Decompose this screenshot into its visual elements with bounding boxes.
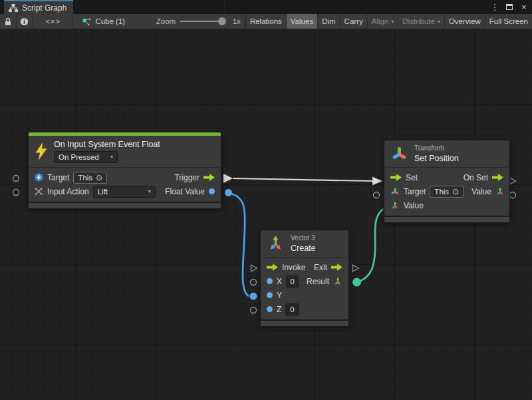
tab-bar: Script Graph ⋮ × — [0, 0, 532, 14]
lock-button[interactable] — [0, 14, 17, 29]
node-footer — [261, 319, 348, 326]
set-label: Set — [406, 173, 418, 182]
vector3-mini-icon[interactable] — [333, 277, 342, 286]
graph-canvas[interactable]: On Input System Event Float On Pressed ▾… — [0, 29, 532, 400]
port-row-set-onset: Set On Set — [384, 170, 509, 184]
distribute-button[interactable]: Distribute▾ — [398, 14, 444, 29]
port-row-x-result: X 0 Result — [261, 274, 348, 288]
z-label: Z — [277, 305, 281, 314]
maximize-icon[interactable] — [504, 2, 515, 13]
vector3-mini-icon[interactable] — [390, 201, 400, 210]
port-row-z: Z 0 — [261, 302, 348, 316]
node-transform-set-position[interactable]: Transform Set Position Set On Set — [384, 140, 510, 223]
zoom-value: 1x — [233, 17, 241, 25]
result-output-port[interactable] — [352, 278, 361, 287]
value-input-label: Value — [404, 201, 424, 210]
transform-mini-icon[interactable] — [390, 187, 400, 196]
x-value-field[interactable]: 0 — [286, 276, 299, 288]
invoke-input-port[interactable] — [251, 265, 257, 272]
close-icon[interactable]: × — [519, 2, 529, 13]
graph-target-segment[interactable]: Cube (1) — [73, 14, 152, 29]
node-category: Vector 3 — [291, 234, 316, 242]
z-value-field[interactable]: 0 — [285, 303, 299, 315]
maximize-glyph — [506, 4, 513, 10]
carry-button[interactable]: Carry — [340, 14, 367, 29]
toolbar-toggles: Relations Values Dim Carry Align▾ Distri… — [245, 14, 532, 29]
window-controls: ⋮ × — [489, 0, 529, 14]
x-input-port[interactable] — [251, 280, 257, 286]
wire-trigger-to-set[interactable] — [233, 178, 372, 181]
zoom-slider-handle[interactable] — [218, 17, 226, 25]
trigger-output-port[interactable] — [223, 174, 233, 183]
port-row-input-action: Input Action Lift ▾ Float Value — [29, 184, 221, 198]
result-label: Result — [307, 277, 329, 286]
y-dot-port[interactable] — [267, 292, 273, 298]
info-button[interactable] — [17, 14, 34, 29]
node-category: Transform — [414, 144, 459, 152]
object-picker-icon[interactable]: ⊙ — [452, 188, 459, 196]
input-action-icon — [35, 187, 43, 196]
wire-floatvalue-to-y[interactable] — [231, 194, 249, 296]
flow-arrow-icon[interactable] — [203, 174, 215, 181]
zoom-control: Zoom 1x — [152, 14, 245, 29]
zoom-label: Zoom — [156, 17, 176, 25]
dim-button[interactable]: Dim — [317, 14, 339, 29]
zoom-slider[interactable] — [180, 21, 223, 22]
node-title: On Input System Event Float — [54, 140, 160, 149]
onset-output-port[interactable] — [510, 178, 516, 184]
target-label: Target — [47, 173, 69, 182]
graph-target-label: Cube (1) — [95, 17, 125, 25]
z-dot-port[interactable] — [267, 306, 273, 312]
x-dot-port[interactable] — [267, 278, 273, 284]
tab-script-graph[interactable]: Script Graph — [4, 0, 73, 14]
values-button[interactable]: Values — [286, 14, 317, 29]
node-vector3-create[interactable]: Vector 3 Create Invoke Exit — [260, 230, 349, 327]
float-value-output-port[interactable] — [225, 189, 232, 196]
input-action-label: Input Action — [47, 187, 89, 196]
code-preview-button[interactable]: <×> — [33, 14, 73, 29]
lightning-bolt-icon — [35, 142, 48, 160]
float-value-label: Float Value — [165, 187, 205, 196]
target-this-chip[interactable]: This ⊙ — [73, 172, 107, 184]
flow-arrow-icon[interactable] — [390, 174, 402, 181]
port-row-invoke-exit: Invoke Exit — [261, 260, 348, 274]
z-input-port[interactable] — [251, 307, 257, 313]
graph-hierarchy-icon — [9, 4, 18, 12]
value-output-port[interactable] — [510, 192, 516, 198]
target-label: Target — [404, 187, 426, 196]
input-system-event-icon — [35, 173, 43, 182]
input-action-dropdown[interactable]: Lift ▾ — [93, 186, 156, 198]
transform-target-input-port[interactable] — [374, 192, 380, 198]
align-button[interactable]: Align▾ — [367, 14, 398, 29]
node-footer — [384, 216, 509, 222]
lock-icon — [4, 17, 12, 26]
value-output-label: Value — [471, 187, 491, 196]
event-target-input-port[interactable] — [13, 176, 19, 182]
port-row-y: Y — [261, 288, 348, 302]
event-action-input-port[interactable] — [13, 190, 19, 196]
flow-arrow-icon[interactable] — [267, 264, 278, 271]
tab-label: Script Graph — [22, 3, 66, 13]
port-row-target-trigger: Target This ⊙ Trigger — [29, 170, 221, 184]
float-value-dot-port[interactable] — [209, 188, 215, 194]
node-on-input-system-event-float[interactable]: On Input System Event Float On Pressed ▾… — [28, 132, 221, 209]
flow-arrow-icon[interactable] — [492, 174, 503, 181]
vector3-mini-icon[interactable] — [495, 187, 505, 196]
relations-button[interactable]: Relations — [245, 14, 286, 29]
graph-toolbar: <×> Cube (1) Zoom 1x Relations Values Di… — [0, 14, 532, 29]
transform-icon — [390, 145, 408, 163]
trigger-label: Trigger — [174, 173, 200, 182]
chevron-down-icon: ▾ — [391, 19, 394, 25]
wire-result-to-value[interactable] — [360, 209, 383, 281]
y-input-port-connected[interactable] — [250, 293, 257, 300]
overview-button[interactable]: Overview — [444, 14, 485, 29]
event-mode-dropdown[interactable]: On Pressed ▾ — [54, 151, 118, 163]
x-label: X — [277, 277, 282, 286]
full-screen-button[interactable]: Full Screen — [485, 14, 532, 29]
exit-output-port[interactable] — [353, 265, 359, 272]
object-picker-icon[interactable]: ⊙ — [96, 174, 102, 182]
flow-arrow-icon[interactable] — [331, 264, 342, 271]
target-this-chip[interactable]: This ⊙ — [430, 186, 464, 198]
kebab-menu-icon[interactable]: ⋮ — [489, 2, 500, 13]
exit-label: Exit — [314, 263, 327, 272]
